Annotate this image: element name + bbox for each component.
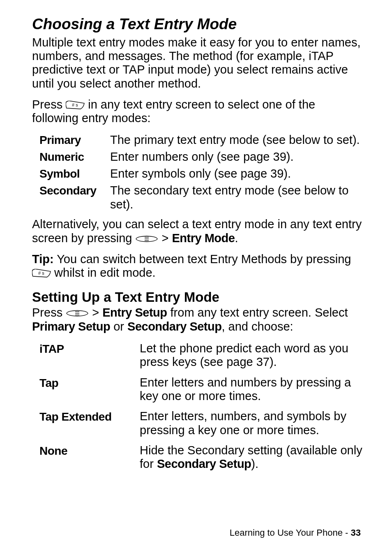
option-label-tap-extended: Tap Extended (39, 410, 140, 424)
section-heading: Choosing a Text Entry Mode (32, 16, 363, 33)
secondary-setup-label: Secondary Setup (127, 320, 221, 333)
option-desc-none: Hide the Secondary setting (available on… (140, 444, 363, 471)
subsection-heading: Setting Up a Text Entry Mode (32, 289, 363, 305)
alternatively-paragraph: Alternatively, you can select a text ent… (32, 217, 363, 245)
option-desc-itap: Let the phone predict each word as you p… (140, 342, 363, 369)
primary-setup-label: Primary Setup (32, 320, 110, 333)
intro-paragraph: Multiple text entry modes make it easy f… (32, 36, 363, 90)
option-desc-tap: Enter letters and numbers by pressing a … (140, 376, 363, 403)
option-label-none: None (39, 444, 140, 458)
mode-label-symbol: Symbol (39, 167, 110, 181)
none-secondary-setup-label: Secondary Setup (157, 457, 251, 470)
press-instruction: Press # s in any text entry screen to se… (32, 98, 363, 125)
page-footer: Learning to Use Your Phone - 33 (230, 528, 361, 538)
none-post-text: ). (251, 457, 258, 470)
table-row: Secondary The secondary text entry mode … (39, 183, 363, 212)
setup-pre-text: Press (32, 306, 66, 319)
svg-text:# s: # s (72, 102, 78, 107)
hash-key-icon: # s (66, 99, 85, 108)
option-desc-tap-extended: Enter letters, numbers, and symbols by p… (140, 410, 363, 437)
table-row: Numeric Enter numbers only (see page 39)… (39, 150, 363, 164)
mode-label-numeric: Numeric (39, 150, 110, 164)
tip-label: Tip: (32, 252, 54, 266)
press-pre-text: Press (32, 98, 66, 111)
alt-post-text: . (235, 231, 238, 245)
tip-paragraph: Tip: You can switch between text Entry M… (32, 252, 363, 280)
menu-key-icon (135, 232, 158, 241)
mode-desc-primary: The primary text entry mode (see below t… (110, 133, 360, 147)
mode-desc-symbol: Enter symbols only (see page 39). (110, 167, 291, 181)
setup-instruction: Press > Entry Setup from any text entry … (32, 306, 363, 333)
table-row: None Hide the Secondary setting (availab… (39, 444, 363, 471)
setup-options-table: iTAP Let the phone predict each word as … (39, 342, 363, 471)
table-row: iTAP Let the phone predict each word as … (39, 342, 363, 369)
setup-mid1-text: from any text entry screen. Select (167, 306, 348, 319)
tip-pre-text: You can switch between text Entry Method… (54, 252, 351, 266)
table-row: Tap Enter letters and numbers by pressin… (39, 376, 363, 403)
mode-desc-numeric: Enter numbers only (see page 39). (110, 150, 294, 164)
setup-or-text: or (110, 320, 127, 333)
mode-label-secondary: Secondary (39, 183, 110, 198)
mode-desc-secondary: The secondary text entry mode (see below… (110, 183, 363, 212)
option-label-itap: iTAP (39, 342, 140, 356)
menu-key-icon (66, 307, 89, 315)
mode-label-primary: Primary (39, 133, 110, 147)
entry-modes-table: Primary The primary text entry mode (see… (39, 133, 363, 212)
option-label-tap: Tap (39, 376, 140, 390)
footer-section-text: Learning to Use Your Phone - (230, 528, 351, 538)
svg-text:# s: # s (38, 271, 44, 275)
table-row: Tap Extended Enter letters, numbers, and… (39, 410, 363, 437)
hash-key-icon: # s (32, 267, 51, 276)
table-row: Primary The primary text entry mode (see… (39, 133, 363, 147)
setup-bridge-text: > (89, 306, 102, 319)
entry-mode-label: Entry Mode (172, 231, 235, 245)
table-row: Symbol Enter symbols only (see page 39). (39, 167, 363, 181)
alt-bridge-text: > (158, 231, 172, 245)
entry-setup-label: Entry Setup (102, 306, 167, 319)
footer-page-number: 33 (351, 528, 361, 538)
tip-post-text: whilst in edit mode. (51, 266, 156, 279)
setup-end-text: , and choose: (221, 320, 293, 333)
